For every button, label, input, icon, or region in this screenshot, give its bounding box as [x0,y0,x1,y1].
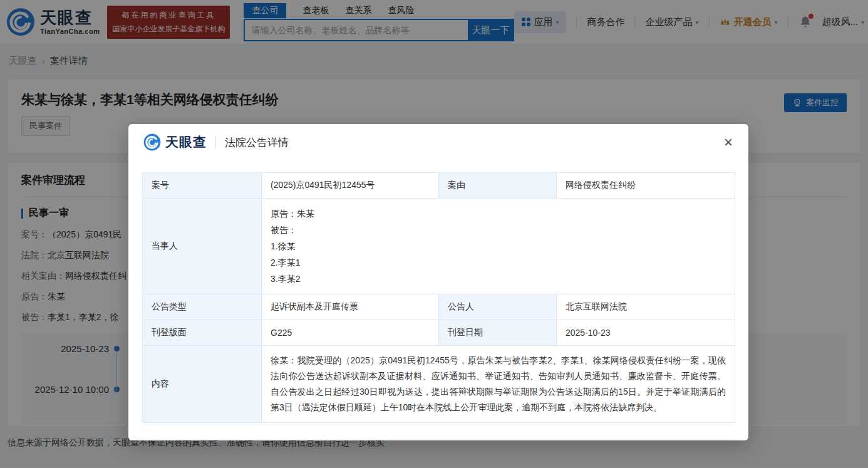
cell-label-publish-date: 刊登日期 [439,320,557,346]
cell-value-announcer: 北京互联网法院 [557,294,735,320]
modal-header: 天眼查 法院公告详情 ✕ [128,124,748,160]
divider [215,136,216,148]
table-row: 当事人 原告：朱某 被告： 1.徐某 2.李某1 3.李某2 [143,199,735,294]
close-icon[interactable]: ✕ [723,137,733,148]
cell-value-content: 徐某：我院受理的（2025）京0491民初12455号，原告朱某与被告李某2、李… [262,346,735,423]
table-row: 内容 徐某：我院受理的（2025）京0491民初12455号，原告朱某与被告李某… [143,346,735,423]
cell-label-parties: 当事人 [143,199,262,294]
cell-value-case-number: (2025)京0491民初12455号 [262,173,439,199]
cell-label-page: 刊登版面 [143,320,262,346]
court-notice-modal: 天眼查 法院公告详情 ✕ 案号 (2025)京0491民初12455号 案由 网… [128,124,748,440]
modal-body: 案号 (2025)京0491民初12455号 案由 网络侵权责任纠纷 当事人 原… [128,160,748,423]
cell-label-announcer: 公告人 [439,294,557,320]
cell-label-content: 内容 [143,346,262,423]
table-row: 刊登版面 G225 刊登日期 2025-10-23 [143,320,735,346]
tianyancha-swirl-icon [143,133,161,151]
table-row: 公告类型 起诉状副本及开庭传票 公告人 北京互联网法院 [143,294,735,320]
cell-value-publish-date: 2025-10-23 [557,320,735,346]
cell-value-parties: 原告：朱某 被告： 1.徐某 2.李某1 3.李某2 [262,199,735,294]
cell-value-cause: 网络侵权责任纠纷 [557,173,735,199]
cell-value-notice-type: 起诉状副本及开庭传票 [262,294,439,320]
court-notice-table: 案号 (2025)京0491民初12455号 案由 网络侵权责任纠纷 当事人 原… [142,172,735,423]
modal-brand-text: 天眼查 [165,133,207,151]
table-row: 案号 (2025)京0491民初12455号 案由 网络侵权责任纠纷 [143,173,735,199]
page: 天眼查 TianYanCha.com 都在用的商业查询工具 国家中小企业发展子基… [0,0,868,468]
cell-label-notice-type: 公告类型 [143,294,262,320]
modal-title: 法院公告详情 [225,135,289,150]
cell-value-page: G225 [262,320,439,346]
cell-label-cause: 案由 [439,173,557,199]
cell-label-case-number: 案号 [143,173,262,199]
